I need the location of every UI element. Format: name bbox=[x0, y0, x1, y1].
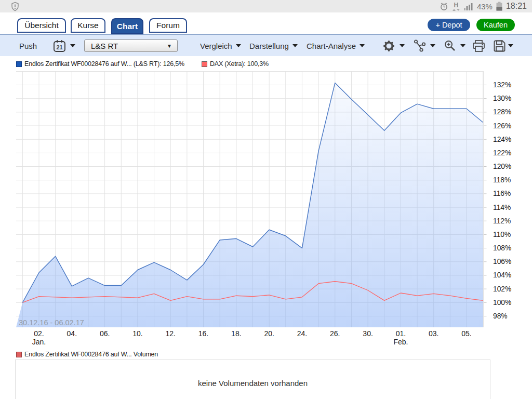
svg-text:108%: 108% bbox=[493, 244, 511, 252]
svg-text:10.: 10. bbox=[132, 329, 142, 338]
tab-forum[interactable]: Forum bbox=[149, 18, 187, 33]
svg-text:06.: 06. bbox=[100, 329, 110, 338]
select-arrow-icon: ▼ bbox=[167, 43, 172, 49]
kaufen-button[interactable]: Kaufen bbox=[476, 19, 515, 31]
svg-text:98%: 98% bbox=[493, 312, 508, 320]
status-bar: H 43% bbox=[0, 0, 532, 12]
share-nodes-icon bbox=[413, 39, 427, 52]
svg-text:102%: 102% bbox=[493, 285, 511, 293]
svg-text:02.: 02. bbox=[34, 329, 44, 338]
chart-analyse-menu[interactable]: Chart-Analyse bbox=[307, 35, 365, 57]
legend-item-certificate: Endlos Zertifikat WF00028476 auf W... (L… bbox=[16, 60, 184, 68]
clock-label: 18:21 bbox=[506, 2, 527, 11]
chevron-down-icon bbox=[460, 44, 466, 47]
battery-icon bbox=[496, 2, 502, 11]
signal-strength-icon bbox=[463, 2, 473, 10]
volume-panel: keine Volumendaten vorhanden bbox=[15, 360, 490, 399]
svg-text:114%: 114% bbox=[493, 204, 511, 211]
svg-text:24.: 24. bbox=[297, 329, 307, 338]
svg-text:26.: 26. bbox=[330, 329, 340, 338]
legend-swatch-blue bbox=[16, 61, 22, 67]
svg-text:104%: 104% bbox=[493, 271, 511, 279]
screen: H 43% bbox=[0, 0, 532, 399]
svg-text:04.: 04. bbox=[67, 329, 77, 338]
save-icon bbox=[493, 39, 507, 53]
svg-text:132%: 132% bbox=[493, 81, 511, 89]
volume-empty-message: keine Volumendaten vorhanden bbox=[16, 379, 490, 388]
chart-toolbar: Push 21 L&S RT ▼ Vergleich Darstellung C… bbox=[0, 34, 532, 56]
tab-uebersicht[interactable]: Übersicht bbox=[17, 18, 66, 33]
legend-swatch-red bbox=[202, 61, 207, 67]
calendar-range-button[interactable]: 21 bbox=[52, 35, 75, 57]
push-label: Push bbox=[19, 35, 37, 57]
chevron-down-icon bbox=[292, 44, 298, 47]
shield-alert-icon bbox=[10, 2, 20, 14]
battery-percent-label: 43% bbox=[477, 2, 493, 11]
printer-icon bbox=[472, 39, 486, 53]
svg-text:05.: 05. bbox=[461, 329, 471, 338]
svg-text:100%: 100% bbox=[493, 299, 511, 307]
svg-text:21: 21 bbox=[56, 44, 62, 50]
price-chart: 132%130%128%126%124%122%120%118%116%114%… bbox=[0, 68, 532, 347]
depot-button[interactable]: + Depot bbox=[428, 19, 470, 31]
svg-text:Feb.: Feb. bbox=[393, 338, 408, 346]
svg-text:112%: 112% bbox=[493, 217, 511, 225]
svg-text:16.: 16. bbox=[198, 329, 208, 338]
svg-text:128%: 128% bbox=[493, 108, 511, 116]
indicators-button[interactable] bbox=[413, 35, 435, 57]
tab-kurse[interactable]: Kurse bbox=[71, 18, 105, 33]
volume-legend: Endlos Zertifikat WF00028476 auf W... Vo… bbox=[16, 350, 158, 358]
settings-button[interactable] bbox=[382, 35, 405, 57]
svg-text:03.: 03. bbox=[429, 329, 438, 338]
chart-legend: Endlos Zertifikat WF00028476 auf W... (L… bbox=[0, 60, 532, 68]
chevron-down-icon bbox=[236, 44, 241, 47]
price-chart-svg: 132%130%128%126%124%122%120%118%116%114%… bbox=[0, 68, 532, 347]
svg-text:30.12.16 - 06.02.17: 30.12.16 - 06.02.17 bbox=[19, 318, 84, 327]
svg-text:120%: 120% bbox=[493, 163, 511, 170]
vergleich-menu[interactable]: Vergleich bbox=[200, 35, 241, 57]
svg-text:30.: 30. bbox=[363, 329, 373, 338]
svg-text:126%: 126% bbox=[493, 122, 511, 130]
chevron-down-icon bbox=[400, 44, 405, 47]
gear-icon bbox=[382, 39, 396, 53]
zoom-in-icon bbox=[443, 39, 457, 52]
chevron-down-icon bbox=[508, 44, 513, 47]
svg-text:124%: 124% bbox=[493, 136, 511, 143]
chevron-down-icon bbox=[430, 44, 435, 47]
legend-item-dax: DAX (Xetra): 100,3% bbox=[202, 60, 269, 68]
print-button[interactable] bbox=[472, 35, 486, 57]
svg-text:106%: 106% bbox=[493, 258, 511, 265]
darstellung-menu[interactable]: Darstellung bbox=[249, 35, 298, 57]
instrument-select[interactable]: L&S RT ▼ bbox=[84, 39, 178, 52]
svg-text:Jan.: Jan. bbox=[32, 338, 46, 346]
svg-text:130%: 130% bbox=[493, 95, 511, 102]
svg-text:116%: 116% bbox=[493, 190, 511, 197]
tab-chart[interactable]: Chart bbox=[111, 18, 143, 34]
chevron-down-icon bbox=[70, 44, 75, 47]
alarm-icon bbox=[439, 2, 449, 11]
chevron-down-icon bbox=[360, 44, 365, 47]
svg-text:110%: 110% bbox=[493, 231, 511, 238]
svg-text:18.: 18. bbox=[231, 329, 241, 338]
svg-text:12.: 12. bbox=[166, 329, 176, 338]
calendar-icon: 21 bbox=[52, 39, 66, 53]
svg-text:20.: 20. bbox=[264, 329, 274, 338]
legend-swatch-volume bbox=[16, 352, 22, 357]
svg-text:122%: 122% bbox=[493, 149, 511, 157]
network-type-indicator: H bbox=[453, 2, 460, 11]
zoom-button[interactable] bbox=[443, 35, 466, 57]
save-button[interactable] bbox=[493, 35, 513, 57]
svg-text:01.: 01. bbox=[396, 329, 406, 338]
svg-text:118%: 118% bbox=[493, 176, 511, 184]
